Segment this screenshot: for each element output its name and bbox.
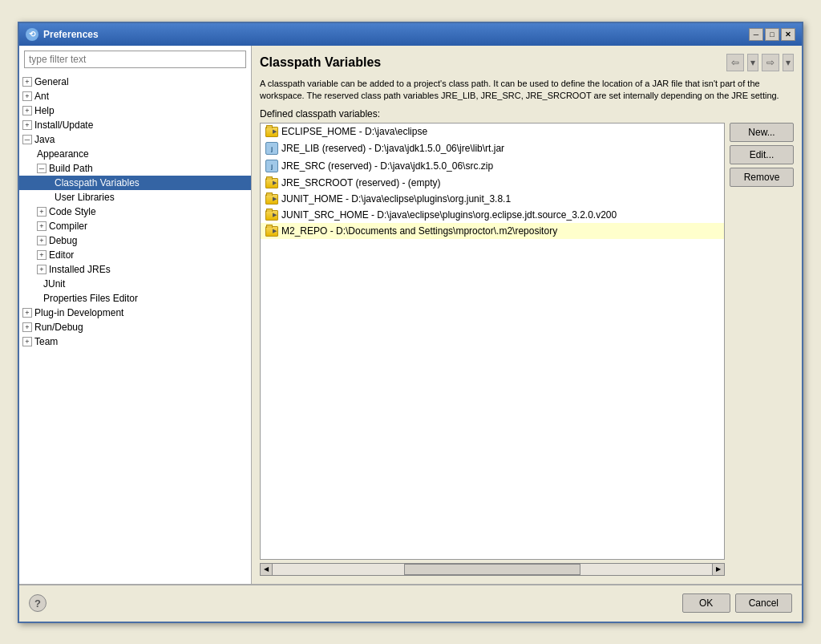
sidebar-item-label: Appearance xyxy=(37,148,89,160)
sidebar-item-label: General xyxy=(34,76,69,87)
sidebar-item-label: Ant xyxy=(34,91,49,102)
sidebar-item-label: Java xyxy=(34,134,55,145)
sidebar-item-label: Code Style xyxy=(49,206,96,217)
edit-button[interactable]: Edit... xyxy=(730,145,794,164)
list-item-label: JUNIT_SRC_HOME - D:\java\eclipse\plugins… xyxy=(281,209,617,221)
sidebar-item-properties-files-editor[interactable]: Properties Files Editor xyxy=(19,291,251,306)
list-item[interactable]: j JRE_SRC (reserved) - D:\java\jdk1.5.0_… xyxy=(261,157,724,175)
minimize-button[interactable]: ─ xyxy=(749,28,763,41)
expander-install-update[interactable]: + xyxy=(22,120,32,130)
folder-arrow-icon xyxy=(265,178,278,188)
sidebar-item-general[interactable]: + General xyxy=(19,75,251,89)
list-item-label: ECLIPSE_HOME - D:\java\eclipse xyxy=(281,126,427,137)
list-item[interactable]: JRE_SRCROOT (reserved) - (empty) xyxy=(261,175,724,191)
sidebar-item-installed-jres[interactable]: + Installed JREs xyxy=(19,262,251,277)
expander-help[interactable]: + xyxy=(22,106,32,115)
list-and-buttons: ECLIPSE_HOME - D:\java\eclipse j JRE_LIB… xyxy=(260,123,794,575)
sidebar-item-build-path[interactable]: ─ Build Path xyxy=(19,161,251,176)
expander-installed-jres[interactable]: + xyxy=(37,265,47,274)
folder-arrow-icon xyxy=(265,127,278,137)
sidebar-item-junit[interactable]: JUnit xyxy=(19,277,251,291)
window-title: Preferences xyxy=(43,29,99,40)
expander-ant[interactable]: + xyxy=(22,91,32,101)
back-dropdown[interactable]: ▾ xyxy=(747,54,758,71)
scroll-right-button[interactable]: ▶ xyxy=(712,563,725,576)
list-item[interactable]: ECLIPSE_HOME - D:\java\eclipse xyxy=(261,124,724,140)
filter-input[interactable] xyxy=(24,51,246,68)
new-button[interactable]: New... xyxy=(730,123,794,142)
panel-title: Classpath Variables xyxy=(260,55,381,70)
forward-button[interactable]: ⇨ xyxy=(762,54,779,71)
sidebar-item-team[interactable]: + Team xyxy=(19,334,251,349)
sidebar-item-debug[interactable]: + Debug xyxy=(19,233,251,248)
sidebar-item-run-debug[interactable]: + Run/Debug xyxy=(19,320,251,334)
list-item[interactable]: JUNIT_SRC_HOME - D:\java\eclipse\plugins… xyxy=(261,207,724,223)
sidebar-item-user-libraries[interactable]: User Libraries xyxy=(19,190,251,205)
nav-buttons: ⇦ ▾ ⇨ ▾ xyxy=(726,54,794,71)
sidebar-item-editor[interactable]: + Editor xyxy=(19,248,251,262)
sidebar-item-code-style[interactable]: + Code Style xyxy=(19,205,251,219)
preferences-window: ⟲ Preferences ─ □ ✕ + General + Ant xyxy=(18,22,803,623)
sidebar-item-label: Plug-in Development xyxy=(34,307,123,318)
scroll-left-button[interactable]: ◀ xyxy=(260,563,273,576)
action-buttons: New... Edit... Remove xyxy=(730,123,794,575)
sidebar-item-label: User Libraries xyxy=(55,192,115,203)
help-button[interactable]: ? xyxy=(29,594,47,612)
title-controls: ─ □ ✕ xyxy=(749,28,795,41)
expander-code-style[interactable]: + xyxy=(37,207,47,217)
sidebar-item-compiler[interactable]: + Compiler xyxy=(19,219,251,233)
folder-arrow-icon xyxy=(265,210,278,221)
list-item[interactable]: M2_REPO - D:\Documents and Settings\mpro… xyxy=(261,223,724,239)
expander-compiler[interactable]: + xyxy=(37,221,47,231)
jar-icon: j xyxy=(265,160,278,172)
title-bar-left: ⟲ Preferences xyxy=(26,28,99,41)
expander-java[interactable]: ─ xyxy=(22,135,32,144)
list-item[interactable]: j JRE_LIB (reserved) - D:\java\jdk1.5.0_… xyxy=(261,140,724,157)
sidebar-item-label: Help xyxy=(34,105,55,116)
sidebar-item-install-update[interactable]: + Install/Update xyxy=(19,118,251,132)
expander-plugin-development[interactable]: + xyxy=(22,308,32,318)
sidebar-item-java[interactable]: ─ Java xyxy=(19,132,251,147)
list-item-label: JRE_LIB (reserved) - D:\java\jdk1.5.0_06… xyxy=(281,143,504,154)
bottom-left: ? xyxy=(29,594,47,612)
sidebar-item-classpath-variables[interactable]: Classpath Variables xyxy=(19,176,251,190)
bottom-bar: ? OK Cancel xyxy=(19,585,802,622)
cancel-button[interactable]: Cancel xyxy=(735,593,792,613)
scroll-track[interactable] xyxy=(273,563,712,576)
expander-run-debug[interactable]: + xyxy=(22,322,32,332)
description-text: A classpath variable can be added to a p… xyxy=(260,78,794,103)
expander-team[interactable]: + xyxy=(22,337,32,346)
sidebar-item-label: Editor xyxy=(49,249,74,261)
expander-editor[interactable]: + xyxy=(37,250,47,260)
defined-label: Defined classpath variables: xyxy=(260,108,794,119)
sidebar-item-label: Team xyxy=(34,336,58,347)
list-item-label: JUNIT_HOME - D:\java\eclipse\plugins\org… xyxy=(281,193,511,205)
sidebar-item-ant[interactable]: + Ant xyxy=(19,89,251,103)
back-button[interactable]: ⇦ xyxy=(726,54,744,71)
expander-build-path[interactable]: ─ xyxy=(37,164,47,173)
ok-button[interactable]: OK xyxy=(682,593,730,613)
content-area: + General + Ant + Help + Install/Update xyxy=(19,46,802,584)
list-item-label: JRE_SRCROOT (reserved) - (empty) xyxy=(281,177,440,188)
list-item[interactable]: JUNIT_HOME - D:\java\eclipse\plugins\org… xyxy=(261,191,724,207)
remove-button[interactable]: Remove xyxy=(730,168,794,187)
title-bar: ⟲ Preferences ─ □ ✕ xyxy=(19,23,802,46)
close-button[interactable]: ✕ xyxy=(781,28,795,41)
sidebar-item-label: Compiler xyxy=(49,221,87,232)
maximize-button[interactable]: □ xyxy=(765,28,779,41)
panel-header: Classpath Variables ⇦ ▾ ⇨ ▾ xyxy=(260,54,794,71)
jar-icon: j xyxy=(265,142,278,155)
sidebar-item-appearance[interactable]: Appearance xyxy=(19,147,251,161)
expander-debug[interactable]: + xyxy=(37,236,47,245)
folder-arrow-icon xyxy=(265,226,278,237)
list-item-label: M2_REPO - D:\Documents and Settings\mpro… xyxy=(281,225,557,237)
sidebar-item-label: Install/Update xyxy=(34,119,93,131)
sidebar-item-plugin-development[interactable]: + Plug-in Development xyxy=(19,306,251,320)
bottom-right: OK Cancel xyxy=(682,593,792,613)
scroll-thumb[interactable] xyxy=(404,564,580,575)
forward-dropdown[interactable]: ▾ xyxy=(783,54,794,71)
expander-general[interactable]: + xyxy=(22,77,32,87)
window-icon: ⟲ xyxy=(26,28,38,41)
sidebar-item-help[interactable]: + Help xyxy=(19,103,251,118)
classpath-list: ECLIPSE_HOME - D:\java\eclipse j JRE_LIB… xyxy=(260,123,725,559)
